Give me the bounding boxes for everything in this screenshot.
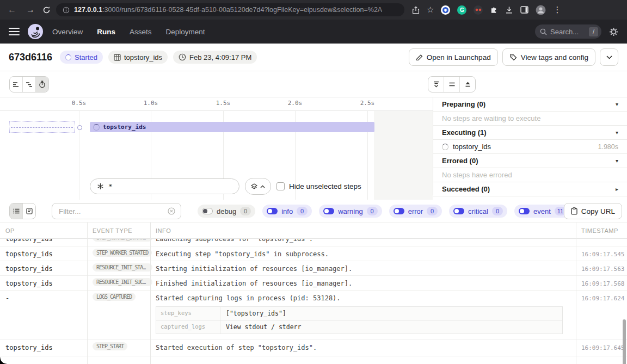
extension-1password-icon[interactable]	[441, 5, 450, 15]
level-count-badge: 0	[297, 207, 308, 215]
gantt-chart[interactable]: topstory_ids * Hide unselected steps	[0, 111, 433, 200]
gantt-step-bar[interactable]: topstory_ids	[90, 122, 374, 132]
section-succeeded-header[interactable]: Succeeded (0) ▸	[433, 182, 627, 196]
browser-menu-icon[interactable]: ⋮	[553, 5, 561, 15]
hide-unselected-label: Hide unselected steps	[289, 182, 361, 190]
log-filter-input[interactable]	[58, 207, 163, 216]
toggle-on-icon	[267, 208, 278, 214]
row-density-icon[interactable]	[444, 77, 459, 92]
view-stdout-stderr-link[interactable]: View stdout / stderr	[220, 320, 562, 334]
axis-tick: 1.0s	[144, 100, 158, 107]
waterfall-view-icon[interactable]	[22, 77, 35, 92]
log-row[interactable]: topstory_ids STEP_WORKER_STARTED Executi…	[0, 246, 627, 261]
step-spinner-icon	[442, 144, 448, 150]
scroll-to-top-icon[interactable]	[459, 77, 475, 92]
log-scrollbar-thumb[interactable]	[623, 319, 626, 364]
log-row[interactable]: topstory_ids STEP_START Started executio…	[0, 340, 627, 356]
log-timestamp[interactable]: 16:09:17.568	[576, 276, 627, 287]
share-icon[interactable]	[412, 6, 420, 14]
nav-item-assets[interactable]: Assets	[130, 28, 152, 36]
window-corner	[0, 357, 7, 364]
view-tags-config-button[interactable]: View tags and config	[502, 48, 595, 66]
log-list-view-icon[interactable]	[10, 203, 22, 219]
level-toggle-debug[interactable]: debug 0	[198, 205, 255, 218]
toggle-off-icon	[202, 208, 213, 214]
hide-unselected-checkbox[interactable]	[276, 182, 285, 190]
level-toggle-event[interactable]: event 11	[514, 205, 570, 218]
level-count-badge: 0	[492, 207, 503, 215]
log-timestamp[interactable]: 16:09:17.563	[576, 261, 627, 273]
log-row[interactable]: topstory_ids RESOURCE_INIT_SUCCESS Finis…	[0, 276, 627, 291]
job-name-tag[interactable]: topstory_ids	[108, 51, 168, 64]
site-info-icon[interactable]	[63, 7, 70, 14]
browser-back-icon[interactable]: ←	[5, 5, 19, 14]
level-toggle-warning[interactable]: warning 0	[319, 205, 382, 218]
step-spinner-icon	[93, 124, 100, 131]
run-logs-section: debug 0 info 0 warning 0 error 0	[0, 200, 627, 364]
event-type-badge: STEP_START	[93, 342, 127, 350]
log-timestamp[interactable]: 16:09:17.545	[576, 246, 627, 258]
gantt-join-dot	[77, 125, 82, 130]
section-errored-header[interactable]: Errored (0) ▾	[433, 154, 627, 168]
nav-item-overview[interactable]: Overview	[52, 28, 83, 36]
gantt-toolbar: Hide not started steps Re-execute (topst…	[0, 71, 627, 97]
gantt-bar-label: topstory_ids	[103, 124, 146, 131]
event-type-badge: STEP_WORKER_STARTED	[93, 249, 152, 257]
log-timestamp[interactable]: 16:09:17.645	[576, 340, 627, 351]
log-row[interactable]: topstory_ids STEP_WORKER_STARTING Launch…	[0, 239, 627, 246]
pencil-icon	[416, 54, 423, 61]
collapse-all-icon[interactable]	[428, 77, 444, 92]
log-row[interactable]: topstory_ids RESOURCE_INIT_STARTED Start…	[0, 261, 627, 276]
level-toggle-info[interactable]: info 0	[262, 205, 312, 218]
column-header-timestamp[interactable]: TIMESTAMP	[576, 227, 627, 234]
flat-view-icon[interactable]	[10, 77, 22, 92]
extension-grammarly-icon[interactable]: G	[457, 5, 466, 15]
open-in-launchpad-button[interactable]: Open in Launchpad	[409, 48, 498, 66]
url-text: 127.0.0.1:3000/runs/673d6116-0528-45df-a…	[74, 6, 382, 14]
downloads-icon[interactable]	[505, 6, 513, 14]
nav-item-runs[interactable]: Runs	[97, 28, 115, 36]
level-count-badge: 0	[367, 207, 378, 215]
log-timestamp[interactable]: 16:09:17.624	[576, 291, 627, 302]
selector-options-button[interactable]	[245, 178, 271, 195]
column-header-info[interactable]: INFO	[150, 227, 576, 234]
extension-misc-icon[interactable]	[474, 5, 483, 15]
caret-up-icon	[260, 185, 265, 188]
level-toggle-critical[interactable]: critical 0	[449, 205, 507, 218]
executing-step-row[interactable]: topstory_ids 1.980s	[433, 140, 627, 154]
nav-item-deployment[interactable]: Deployment	[166, 28, 205, 36]
copy-url-button[interactable]: Copy URL	[564, 203, 622, 219]
log-row[interactable]: - LOGS_CAPTURED Started capturing logs i…	[0, 291, 627, 340]
job-grid-icon	[114, 54, 121, 61]
clear-filter-icon[interactable]	[168, 207, 175, 215]
hamburger-menu-icon[interactable]	[9, 28, 20, 36]
event-type-badge: LOGS_CAPTURED	[93, 293, 136, 301]
log-structured-view-icon[interactable]	[22, 203, 35, 219]
section-executing-header[interactable]: Executing (1) ▾	[433, 126, 627, 140]
global-search[interactable]: Search... /	[535, 24, 601, 39]
extensions-puzzle-icon[interactable]	[490, 6, 498, 14]
level-toggle-error[interactable]: error 0	[389, 205, 442, 218]
timed-view-icon[interactable]	[35, 77, 48, 92]
caret-down-icon: ▾	[616, 158, 618, 164]
step-selector-input[interactable]: *	[90, 178, 239, 194]
sidebar-toggle-icon[interactable]	[520, 6, 528, 14]
log-toolbar: debug 0 info 0 warning 0 error 0	[0, 200, 627, 222]
column-header-op[interactable]: OP	[0, 227, 87, 234]
bookmark-star-icon[interactable]: ☆	[427, 5, 434, 15]
settings-gear-icon[interactable]	[609, 27, 618, 36]
dagster-logo[interactable]	[27, 23, 44, 40]
search-icon	[540, 28, 547, 35]
address-bar[interactable]: 127.0.0.1:3000/runs/673d6116-0528-45df-a…	[56, 3, 404, 16]
run-actions-chevron-button[interactable]	[600, 48, 618, 66]
browser-forward-icon[interactable]: →	[24, 5, 37, 14]
column-header-event-type[interactable]: EVENT TYPE	[87, 227, 150, 234]
browser-avatar[interactable]	[536, 5, 546, 15]
caret-down-icon: ▾	[616, 129, 618, 135]
event-type-badge: RESOURCE_INIT_SUCCESS	[93, 278, 152, 286]
run-id: 673d6116	[9, 52, 52, 63]
log-filter-field	[52, 203, 181, 219]
run-header: 673d6116 Started topstory_ids Feb 23, 4:…	[0, 44, 627, 71]
section-preparing-header[interactable]: Preparing (0) ▾	[433, 97, 627, 112]
browser-refresh-icon[interactable]	[42, 6, 51, 14]
